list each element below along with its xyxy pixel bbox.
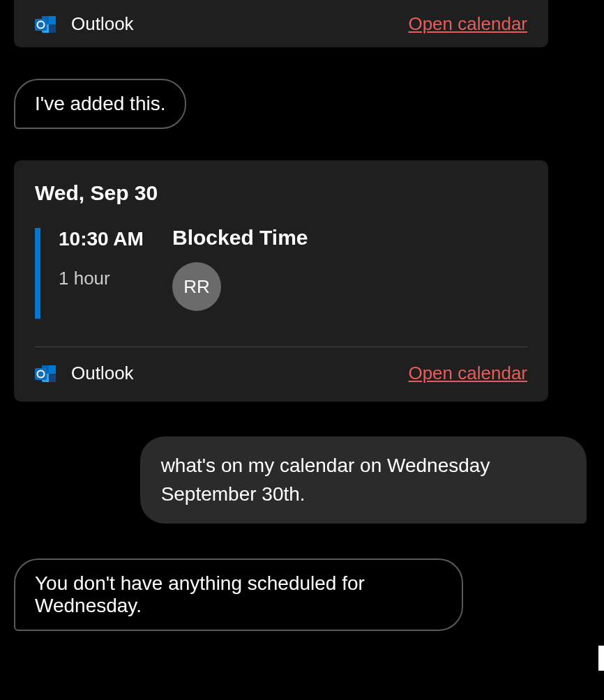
outlook-brand-label: Outlook [71, 13, 134, 35]
svg-rect-9 [49, 374, 56, 382]
event-time-column: 10:30 AM 1 hour [59, 225, 160, 289]
outlook-icon [35, 14, 57, 35]
event-accent-bar [35, 228, 40, 319]
open-calendar-link[interactable]: Open calendar [408, 363, 527, 384]
event-detail-column: Blocked Time RR [172, 225, 308, 311]
calendar-event-card[interactable]: Wed, Sep 30 10:30 AM 1 hour Blocked Time… [14, 160, 548, 402]
card-footer: Outlook Open calendar [35, 347, 527, 388]
outlook-brand: Outlook [35, 13, 134, 35]
user-message-bubble: what's on my calendar on Wednesday Septe… [140, 436, 587, 524]
calendar-card-partial: Outlook Open calendar [14, 0, 548, 47]
card-footer: Outlook Open calendar [35, 10, 527, 35]
event-time: 10:30 AM [59, 228, 160, 250]
edge-indicator [598, 646, 604, 671]
bot-message-bubble: I've added this. [14, 79, 186, 129]
bot-message-bubble: You don't have anything scheduled for We… [14, 558, 463, 631]
outlook-brand: Outlook [35, 363, 134, 384]
calendar-event-row[interactable]: 10:30 AM 1 hour Blocked Time RR [35, 225, 527, 326]
open-calendar-link[interactable]: Open calendar [408, 13, 527, 35]
outlook-brand-label: Outlook [71, 363, 134, 384]
organizer-avatar: RR [172, 262, 221, 311]
event-duration: 1 hour [59, 268, 160, 289]
event-title: Blocked Time [172, 226, 308, 250]
outlook-icon [35, 363, 57, 384]
card-date-header: Wed, Sep 30 [35, 181, 527, 205]
svg-rect-3 [49, 24, 56, 33]
